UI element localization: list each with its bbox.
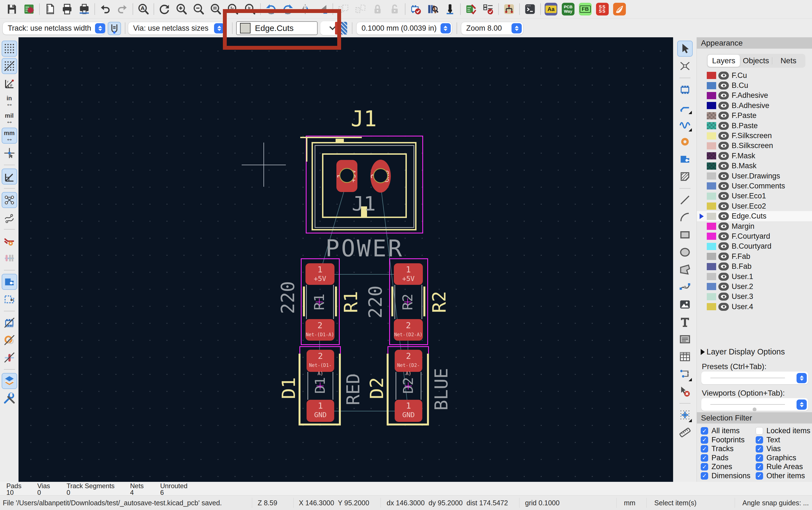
checkbox-icon[interactable]: ✓	[701, 463, 708, 471]
layer-visibility-eye-icon[interactable]	[718, 112, 729, 120]
filter-footprints[interactable]: ✓Footprints	[701, 436, 745, 444]
units-mils-button[interactable]: mil↔	[2, 110, 17, 126]
layer-color-swatch[interactable]	[707, 293, 716, 300]
layer-row-f-cu[interactable]: F.Cu	[697, 70, 812, 80]
layer-color-swatch[interactable]	[707, 102, 716, 109]
board-setup-button[interactable]	[21, 1, 37, 17]
layer-row-f-adhesive[interactable]: F.Adhesive	[697, 91, 812, 101]
layer-row-user-4[interactable]: User.4	[697, 302, 812, 312]
layer-color-swatch[interactable]	[707, 132, 716, 140]
checkbox-icon[interactable]: ✓	[756, 472, 763, 480]
layer-row-b-adhesive[interactable]: B.Adhesive	[697, 101, 812, 111]
footprint-value[interactable]: RED	[343, 373, 364, 405]
measure-tool-button[interactable]	[677, 424, 693, 441]
plugin-pcbway-button[interactable]: PCB Way	[559, 1, 577, 17]
layer-visibility-eye-icon[interactable]	[718, 283, 729, 291]
add-via-button[interactable]	[677, 134, 693, 150]
footprint-value[interactable]: 220	[365, 285, 386, 318]
add-footprint-button[interactable]	[677, 82, 693, 97]
layer-visibility-eye-icon[interactable]	[718, 72, 729, 80]
draw-arc-button[interactable]	[677, 209, 693, 225]
plugin-text-button[interactable]: Aa	[543, 1, 559, 17]
pcb-canvas[interactable]: J1 1 +5V 2 GND J1 POWER 220	[19, 37, 673, 482]
crosshair-shape-button[interactable]	[2, 145, 17, 161]
filter-graphics[interactable]: ✓Graphics	[756, 454, 796, 462]
layer-row-user-2[interactable]: User.2	[697, 282, 812, 291]
high-contrast-icon[interactable]	[335, 22, 347, 34]
layer-visibility-eye-icon[interactable]	[718, 262, 729, 271]
units-mm-button[interactable]: mm↔	[2, 128, 17, 144]
unlock-button[interactable]	[386, 1, 403, 17]
layer-row-b-mask[interactable]: B.Mask	[697, 161, 812, 171]
zoom-in-button[interactable]	[173, 1, 190, 17]
net-inspector-button[interactable]	[500, 1, 518, 17]
add-table-button[interactable]	[677, 349, 693, 365]
save-button[interactable]	[3, 1, 21, 17]
filter-all-items[interactable]: ✓All items	[701, 427, 740, 435]
scripting-console-button[interactable]	[521, 1, 539, 17]
checkbox-icon[interactable]: ✓	[701, 427, 708, 434]
zoom-fit-objects-button[interactable]	[224, 1, 241, 17]
footprint-reference[interactable]: J1	[351, 106, 377, 131]
filter-dimensions[interactable]: ✓Dimensions	[701, 472, 750, 480]
layer-color-swatch[interactable]	[707, 112, 716, 119]
route-tracks-button[interactable]	[677, 99, 693, 115]
footprint-reference[interactable]: R2	[429, 291, 450, 313]
add-textbox-button[interactable]	[677, 331, 693, 347]
inspect-button[interactable]	[441, 1, 459, 17]
layer-color-swatch[interactable]	[707, 202, 716, 210]
pad-r2-2[interactable]: 2 Net-(D2-A)	[394, 319, 423, 341]
layer-visibility-eye-icon[interactable]	[718, 192, 729, 200]
properties-panel-toggle-button[interactable]	[2, 390, 17, 406]
layer-row-b-paste[interactable]: B.Paste	[697, 121, 812, 131]
add-filled-zone-button[interactable]	[677, 151, 693, 167]
layer-display-options[interactable]: Layer Display Options	[701, 347, 785, 357]
tab-layers[interactable]: Layers	[707, 55, 740, 67]
layer-row-user-eco2[interactable]: User.Eco2	[697, 201, 812, 211]
layer-visibility-eye-icon[interactable]	[718, 102, 729, 110]
drc-button[interactable]	[462, 1, 480, 17]
layer-color-swatch[interactable]	[707, 122, 716, 129]
footprint-value[interactable]: POWER	[326, 235, 404, 262]
layer-row-user-eco1[interactable]: User.Eco1	[697, 191, 812, 201]
rotate-cw-button[interactable]	[280, 1, 297, 17]
filter-vias[interactable]: ✓Vias	[756, 445, 781, 453]
units-inches-button[interactable]: in↔	[2, 93, 17, 109]
checkbox-icon[interactable]: ✓	[701, 436, 708, 444]
layer-visibility-eye-icon[interactable]	[718, 152, 729, 160]
layer-visibility-eye-icon[interactable]	[718, 202, 729, 210]
zoom-dropdown[interactable]: Zoom 8.00	[461, 22, 523, 35]
layer-color-swatch[interactable]	[707, 152, 716, 160]
layer-row-user-3[interactable]: User.3	[697, 292, 812, 302]
layer-row-user-drawings[interactable]: User.Drawings	[697, 171, 812, 181]
checkbox-icon[interactable]: ✓	[701, 472, 708, 480]
pad-d2-1[interactable]: 1 GND	[395, 400, 422, 422]
layer-color-swatch[interactable]	[707, 72, 716, 79]
grid-override-button[interactable]	[2, 58, 17, 74]
layer-color-swatch[interactable]	[707, 82, 716, 89]
layers-manager-toggle-button[interactable]	[2, 373, 17, 389]
layer-color-swatch[interactable]	[707, 142, 716, 149]
checkbox-icon[interactable]: ✓	[756, 463, 763, 471]
layer-visibility-eye-icon[interactable]	[718, 303, 729, 311]
sketch-pads-button[interactable]	[2, 349, 17, 366]
layer-row-f-paste[interactable]: F.Paste	[697, 111, 812, 121]
redo-button[interactable]	[114, 1, 131, 17]
pad-d1-2[interactable]: 2 Net-(D1-A)	[307, 350, 334, 372]
filter-other-items[interactable]: ✓Other items	[756, 472, 805, 480]
track-display-mode-button[interactable]	[2, 233, 17, 249]
track-width-dropdown[interactable]: Track: use netclass width	[2, 22, 105, 35]
layer-row-margin[interactable]: Margin	[697, 221, 812, 231]
filter-text[interactable]: ✓Text	[756, 436, 780, 444]
polar-coordinates-button[interactable]: rθ	[2, 76, 17, 91]
layer-row-b-courtyard[interactable]: B.Courtyard	[697, 242, 812, 251]
zone-fill-mode-button[interactable]	[2, 274, 17, 290]
layer-row-f-mask[interactable]: F.Mask	[697, 151, 812, 161]
ungroup-button[interactable]	[352, 1, 369, 17]
pad-d1-1[interactable]: 1 GND	[307, 400, 334, 422]
layer-row-user-comments[interactable]: User.Comments	[697, 181, 812, 191]
footprint-reference[interactable]: R1	[340, 291, 361, 313]
page-settings-button[interactable]	[41, 1, 59, 17]
layer-visibility-eye-icon[interactable]	[718, 172, 729, 180]
filter-locked-items[interactable]: Locked items	[756, 427, 810, 435]
